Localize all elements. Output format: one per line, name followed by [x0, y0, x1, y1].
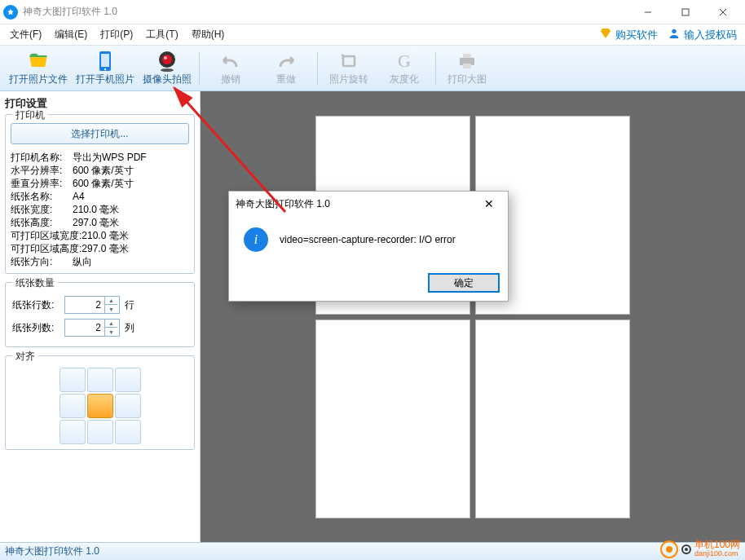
svg-rect-14 [463, 54, 471, 58]
toolbar: 打开照片文件 打开手机照片 摄像头拍照 撤销 重做 照片旋转 G [0, 46, 745, 91]
svg-point-7 [104, 68, 106, 70]
align-grid [11, 368, 189, 444]
redo-button[interactable]: 重做 [258, 47, 314, 90]
svg-point-8 [161, 68, 174, 72]
toolbar-separator [435, 52, 436, 85]
paper-count-group: 纸张数量 纸张行数: ▲▼ 行 纸张列数: ▲▼ 列 [5, 282, 195, 347]
menu-file[interactable]: 文件(F) [3, 24, 48, 45]
minimize-button[interactable] [629, 0, 667, 24]
svg-rect-6 [101, 54, 109, 67]
webcam-icon [156, 50, 179, 73]
toolbar-separator [317, 52, 318, 85]
cols-input[interactable]: ▲▼ [64, 319, 120, 337]
align-cell-0[interactable] [60, 368, 86, 392]
info-row: 纸张名称:A4 [11, 190, 189, 203]
close-button[interactable] [704, 0, 742, 24]
align-group: 对齐 [5, 355, 195, 450]
svg-point-4 [672, 29, 676, 33]
info-row: 水平分辨率:600 像素/英寸 [11, 164, 189, 177]
cols-down[interactable]: ▼ [104, 328, 117, 336]
grayscale-button[interactable]: G 灰度化 [377, 47, 432, 90]
cols-label: 纸张列数: [12, 321, 60, 335]
main-area: 打印设置 打印机 选择打印机... 打印机名称:导出为WPS PDF水平分辨率:… [0, 91, 745, 542]
align-cell-6[interactable] [60, 420, 86, 444]
user-icon [668, 27, 681, 42]
rows-label: 纸张行数: [12, 298, 60, 312]
enter-authcode-button[interactable]: 输入授权码 [663, 25, 742, 44]
info-row: 纸张方向:纵向 [11, 255, 189, 268]
align-cell-7[interactable] [87, 420, 113, 444]
printer-group: 打印机 选择打印机... 打印机名称:导出为WPS PDF水平分辨率:600 像… [5, 114, 195, 274]
dialog-titlebar: 神奇大图打印软件 1.0 ✕ [229, 192, 508, 216]
grayscale-icon: G [393, 50, 416, 73]
watermark-eye-icon [681, 545, 691, 554]
undo-button[interactable]: 撤销 [203, 47, 258, 90]
info-row: 纸张宽度:210.0 毫米 [11, 203, 189, 216]
cols-unit: 列 [125, 321, 134, 335]
app-icon [3, 5, 18, 20]
info-row: 纸张高度:297.0 毫米 [11, 216, 189, 229]
page-grid [315, 116, 630, 518]
page-preview [315, 320, 470, 518]
maximize-button[interactable] [667, 0, 704, 24]
align-label: 对齐 [12, 350, 38, 364]
dialog-ok-button[interactable]: 确定 [428, 273, 500, 293]
status-text: 神奇大图打印软件 1.0 [5, 545, 99, 558]
dialog-title: 神奇大图打印软件 1.0 [236, 197, 477, 211]
page-preview [475, 320, 630, 518]
statusbar: 神奇大图打印软件 1.0 [0, 542, 745, 560]
diamond-icon [599, 27, 612, 42]
svg-point-11 [164, 56, 167, 60]
select-printer-button[interactable]: 选择打印机... [11, 123, 189, 144]
printer-icon [456, 50, 478, 73]
error-dialog: 神奇大图打印软件 1.0 ✕ i video=screen-capture-re… [228, 191, 509, 302]
cols-up[interactable]: ▲ [104, 320, 117, 328]
print-big-button[interactable]: 打印大图 [439, 47, 495, 90]
info-icon: i [244, 227, 268, 252]
svg-point-10 [162, 55, 172, 64]
rows-input[interactable]: ▲▼ [64, 296, 120, 314]
svg-rect-15 [463, 64, 471, 68]
align-cell-3[interactable] [60, 394, 86, 418]
canvas [201, 91, 745, 542]
rows-field[interactable] [65, 299, 104, 311]
menu-print[interactable]: 打印(P) [94, 24, 139, 45]
buy-software-button[interactable]: 购买软件 [594, 25, 663, 44]
printer-info: 打印机名称:导出为WPS PDF水平分辨率:600 像素/英寸垂直分辨率:600… [11, 151, 189, 268]
rows-up[interactable]: ▲ [104, 297, 117, 305]
printer-group-label: 打印机 [12, 108, 48, 122]
align-cell-8[interactable] [115, 420, 141, 444]
watermark-logo-icon [660, 540, 678, 558]
align-cell-5[interactable] [115, 394, 141, 418]
info-row: 垂直分辨率:600 像素/英寸 [11, 177, 189, 190]
rotate-icon [337, 50, 360, 73]
align-cell-2[interactable] [115, 368, 141, 392]
open-phone-photo-button[interactable]: 打开手机照片 [72, 47, 139, 90]
titlebar: 神奇大图打印软件 1.0 [0, 0, 745, 24]
undo-icon [219, 50, 242, 73]
menubar: 文件(F) 编辑(E) 打印(P) 工具(T) 帮助(H) 购买软件 输入授权码 [0, 24, 745, 46]
info-row: 打印机名称:导出为WPS PDF [11, 151, 189, 164]
dialog-close-button[interactable]: ✕ [477, 197, 501, 210]
rows-down[interactable]: ▼ [104, 305, 117, 313]
watermark-en: danji100.com [694, 549, 740, 558]
buy-label: 购买软件 [615, 28, 658, 42]
info-row: 可打印区域高度:297.0 毫米 [11, 242, 189, 255]
info-row: 可打印区域宽度:210.0 毫米 [11, 229, 189, 242]
align-cell-4[interactable] [87, 394, 113, 418]
svg-rect-1 [682, 9, 689, 15]
svg-rect-12 [343, 56, 355, 66]
camera-capture-button[interactable]: 摄像头拍照 [139, 47, 196, 90]
rotate-photo-button[interactable]: 照片旋转 [321, 47, 377, 90]
redo-icon [275, 50, 298, 73]
folder-open-icon [27, 50, 50, 73]
menu-help[interactable]: 帮助(H) [185, 24, 231, 45]
open-photo-file-button[interactable]: 打开照片文件 [5, 47, 72, 90]
align-cell-1[interactable] [87, 368, 113, 392]
phone-icon [94, 50, 117, 73]
paper-count-label: 纸张数量 [12, 276, 58, 290]
watermark-cn: 单机100网 [694, 540, 740, 549]
menu-edit[interactable]: 编辑(E) [48, 24, 94, 45]
cols-field[interactable] [65, 322, 104, 333]
menu-tools[interactable]: 工具(T) [139, 24, 184, 45]
